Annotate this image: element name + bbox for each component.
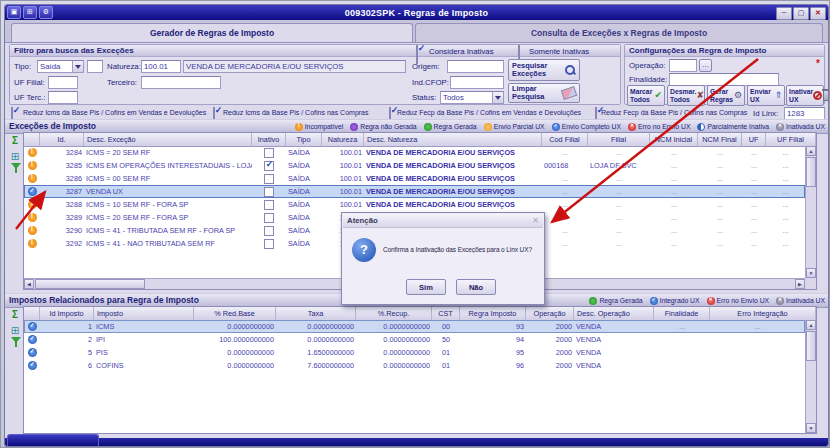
desmarcar-todos-button[interactable]: Desmar. Todos ✘ xyxy=(667,85,705,106)
cell-desc-operacao: VENDA xyxy=(574,361,654,370)
inativo-checkbox[interactable] xyxy=(264,148,274,158)
status-select[interactable]: Todos xyxy=(440,91,504,104)
col-filial: Filial xyxy=(588,133,650,146)
gerar-regras-button[interactable]: Gerar Regras ⚙ xyxy=(707,85,745,106)
legend-item: Inativada UX xyxy=(776,297,825,305)
nao-button[interactable]: Não xyxy=(456,279,496,295)
legend-item: Incompatível xyxy=(295,123,344,131)
chevron-down-icon[interactable] xyxy=(492,92,503,103)
minimize-button[interactable]: ─ xyxy=(776,7,792,20)
cell-uf-filial: ... xyxy=(766,226,805,235)
operacao-field[interactable] xyxy=(669,59,697,72)
cell-operacao: 2000 xyxy=(526,348,574,357)
tax-row-selected[interactable]: 1 ICMS 0.0000000000 0.0000000000 0.00000… xyxy=(24,320,805,333)
inativo-checkbox[interactable] xyxy=(264,226,274,236)
col-id-imposto: Id Imposto xyxy=(40,307,94,320)
tipo-select[interactable]: Saída xyxy=(37,60,84,73)
ind-cfop-field[interactable] xyxy=(450,76,504,89)
scrollbar-thumb[interactable] xyxy=(806,331,816,361)
inativar-ux-button[interactable]: Inativar UX xyxy=(786,85,824,106)
scroll-left-button[interactable] xyxy=(24,279,34,289)
col-regra-imposto: Regra Imposto xyxy=(460,307,526,320)
cell-operacao: 2000 xyxy=(526,361,574,370)
cell-regra: 95 xyxy=(460,348,526,357)
tab-consulta-excecoes[interactable]: Consulta de Exceções x Regras de Imposto xyxy=(415,23,823,42)
operacao-lookup-button[interactable]: … xyxy=(699,59,712,72)
dialog-close-icon[interactable]: ✕ xyxy=(532,216,539,225)
tab-gerador-regras[interactable]: Gerador de Regras de Imposto xyxy=(11,23,413,42)
cell-uf-filial: ... xyxy=(766,200,805,209)
pesquisar-excecoes-button[interactable]: Pesquisar Exceções xyxy=(508,59,580,81)
inativo-checkbox[interactable] xyxy=(264,200,274,210)
tax-row[interactable]: 6 COFINS 0.0000000000 7.6000000000 0.000… xyxy=(24,359,805,372)
inativo-checkbox[interactable] xyxy=(264,187,274,197)
exception-row[interactable]: 3288 ICMS = 10 SEM RF - FORA SP SAÍDA 10… xyxy=(24,198,805,211)
col-finalidade: Finalidade xyxy=(654,307,710,320)
considera-inativas-label: Considera Inativas xyxy=(429,47,494,56)
legend-item: Envio Parcial UX xyxy=(484,123,545,131)
uf-filial-field[interactable] xyxy=(48,76,78,89)
close-button[interactable]: ✕ xyxy=(810,7,826,20)
scroll-down-button[interactable] xyxy=(806,423,816,433)
cell-ncm-final: ... xyxy=(698,200,742,209)
scroll-down-button[interactable] xyxy=(806,268,816,278)
cell-ncm-inicial: ... xyxy=(650,187,698,196)
cell-natureza: 100.01 xyxy=(322,187,364,196)
scrollbar-thumb[interactable] xyxy=(806,157,816,187)
col-id: Id. xyxy=(40,133,84,146)
vertical-scrollbar[interactable] xyxy=(805,146,816,278)
wrench-icon[interactable]: ⚙ xyxy=(39,6,53,19)
inativo-checkbox[interactable] xyxy=(264,213,274,223)
exception-row[interactable]: 3285 ICMS EM OPERAÇÕES INTERESTADUAIS - … xyxy=(24,159,805,172)
inativo-checkbox[interactable] xyxy=(264,174,274,184)
inativo-checkbox[interactable] xyxy=(264,239,274,249)
cell-uf-filial: ... xyxy=(766,174,805,183)
limpar-pesquisa-button[interactable]: Limpar Pesquisa xyxy=(508,83,580,103)
sum-icon[interactable]: Σ xyxy=(9,309,21,321)
cell-finalidade: ... xyxy=(654,322,710,331)
scroll-up-button[interactable] xyxy=(806,146,816,156)
chevron-down-icon[interactable] xyxy=(72,61,83,72)
exception-row[interactable]: 3286 ICMS = 00 SEM RF SAÍDA 100.01 VENDA… xyxy=(24,172,805,185)
cell-desc-natureza: VENDA DE MERCADORIA E/OU SERVIÇOS xyxy=(364,187,542,196)
cell-ncm-final: ... xyxy=(698,148,742,157)
legend-label: Envio Parcial UX xyxy=(494,123,545,130)
exception-row-selected[interactable]: 3287 VENDA UX SAÍDA 100.01 VENDA DE MERC… xyxy=(24,185,805,198)
cell-uf-filial: ... xyxy=(766,161,805,170)
sent-ok-icon xyxy=(28,187,37,196)
sum-icon[interactable]: Σ xyxy=(9,135,21,147)
incompatible-icon xyxy=(28,200,37,209)
scroll-up-button[interactable] xyxy=(806,320,816,330)
maximize-button[interactable]: ▢ xyxy=(793,7,809,20)
tipo-label: Tipo: xyxy=(14,62,31,71)
scroll-right-button[interactable] xyxy=(795,279,805,289)
filter-funnel-icon[interactable] xyxy=(9,169,21,181)
tax-row[interactable]: 2 IPI 100.0000000000 0.0000000000 0.0000… xyxy=(24,333,805,346)
cell-cst: 01 xyxy=(432,361,460,370)
tipo-aux-field[interactable] xyxy=(87,60,103,73)
export-icon[interactable]: ⊞ xyxy=(9,151,21,163)
limpar-label: Limpar Pesquisa xyxy=(512,85,544,101)
vertical-scrollbar[interactable] xyxy=(805,320,816,433)
incompatible-icon xyxy=(295,123,303,131)
exception-row[interactable]: 3284 ICMS = 20 SEM RF SAÍDA 100.01 VENDA… xyxy=(24,146,805,159)
origem-field[interactable] xyxy=(447,60,504,73)
sim-button[interactable]: Sim xyxy=(406,279,446,295)
terceiro-field[interactable] xyxy=(141,76,221,89)
incompatible-icon xyxy=(28,239,37,248)
dialog-titlebar[interactable]: Atenção ✕ xyxy=(343,214,543,228)
col-natureza: Natureza xyxy=(322,133,364,146)
enviar-ux-button[interactable]: Enviar UX ⇑ xyxy=(747,85,785,106)
tax-row[interactable]: 5 PIS 0.0000000000 1.6500000000 0.000000… xyxy=(24,346,805,359)
export-icon[interactable]: ⊞ xyxy=(9,325,21,337)
natureza-code-field[interactable]: 100.01 xyxy=(141,60,181,73)
cell-natureza: 100.01 xyxy=(322,174,364,183)
marcar-todos-button[interactable]: Marcar Todos ✔ xyxy=(627,85,665,106)
cell-red-base: 0.0000000000 xyxy=(194,322,276,331)
cell-id-imposto: 6 xyxy=(40,361,94,370)
filter-funnel-icon[interactable] xyxy=(9,343,21,355)
uf-terc-field[interactable] xyxy=(48,91,78,104)
inativo-checkbox[interactable] xyxy=(264,161,274,171)
scrollbar-thumb[interactable] xyxy=(35,279,145,289)
integrated-ux-icon xyxy=(28,348,37,357)
